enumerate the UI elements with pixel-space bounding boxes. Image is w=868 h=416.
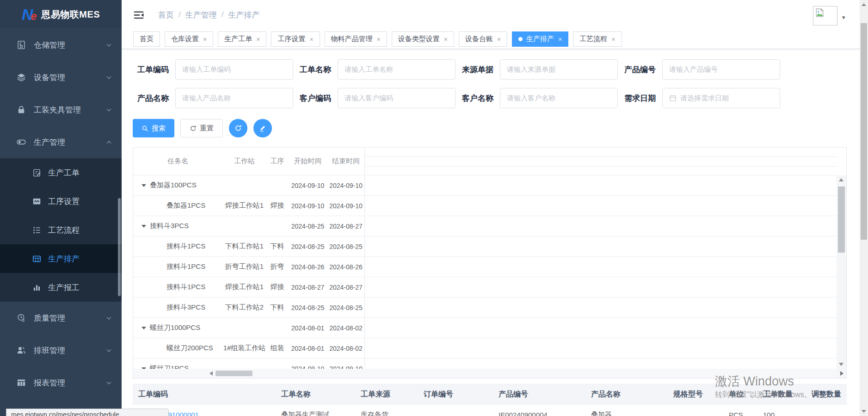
orders-column-header: 订单编号 xyxy=(418,390,493,399)
sidebar-item-warehouse[interactable]: 仓储管理 xyxy=(0,29,122,61)
avatar[interactable] xyxy=(813,6,837,25)
sidebar-item-label: 报表管理 xyxy=(34,378,65,388)
orders-cell-name: 叠加器生产测试 xyxy=(276,410,355,416)
sidebar-item-production[interactable]: 生产管理 xyxy=(0,126,122,158)
sidebar-item-equipment[interactable]: 设备管理 xyxy=(0,61,122,93)
sidebar-scrollbar-thumb[interactable] xyxy=(118,198,121,296)
breadcrumb-home[interactable]: 首页 xyxy=(158,10,174,20)
scrollbar-corner[interactable] xyxy=(837,369,846,378)
tab-material-product[interactable]: 物料产品管理× xyxy=(325,31,387,47)
search-button[interactable]: 搜索 xyxy=(133,119,174,137)
form-field-source-doc: 来源单据请输入来源单据 xyxy=(462,59,618,80)
process-cell: 下料 xyxy=(266,303,288,312)
tree-expand-icon[interactable] xyxy=(142,184,146,187)
scroll-up-arrow-icon[interactable] xyxy=(862,3,866,6)
text-input[interactable]: 请输入工单名称 xyxy=(338,59,456,80)
schedule-row[interactable]: 接料斗1PCS折弯工作站1折弯2024-08-262024-08-26 xyxy=(133,257,364,277)
tab-label: 工艺流程 xyxy=(579,35,607,43)
breadcrumb-production[interactable]: 生产管理 xyxy=(185,10,217,20)
sidebar-item-quality[interactable]: 质量管理 xyxy=(0,302,122,334)
tree-expand-icon[interactable] xyxy=(142,225,146,228)
sidebar-item-process-flow[interactable]: 工艺流程 xyxy=(0,216,122,244)
schedule-row[interactable]: 接料斗3PCS2024-08-252024-08-27 xyxy=(133,216,364,236)
orders-column-header: 工单编码 xyxy=(133,390,276,399)
task-name-cell: 接料斗3PCS xyxy=(133,303,222,312)
sidebar-item-label: 设备管理 xyxy=(34,72,65,83)
task-name: 接料斗1PCS xyxy=(166,283,205,292)
scroll-down-arrow-icon[interactable] xyxy=(862,410,866,413)
sidebar-item-shift[interactable]: 排班管理 xyxy=(0,334,122,366)
schedule-row[interactable]: 螺丝刀1000PCS2024-08-012024-08-02 xyxy=(133,318,364,338)
text-input[interactable]: 请输入产品名称 xyxy=(175,88,293,108)
text-input[interactable]: 请输入产品编号 xyxy=(662,59,780,80)
refresh-button[interactable] xyxy=(229,119,247,137)
horizontal-scroll-thumb[interactable] xyxy=(215,371,252,376)
tab-scheduling[interactable]: 生产排产× xyxy=(512,31,568,47)
vertical-scroll-thumb[interactable] xyxy=(838,186,845,253)
tree-expand-icon[interactable] xyxy=(142,327,146,329)
scroll-down-arrow-icon[interactable] xyxy=(839,363,843,366)
form-field-product-code: 产品编号请输入产品编号 xyxy=(624,59,780,80)
schedule-row[interactable]: 接料斗3PCS下料工作站2下料2024-08-252024-08-25 xyxy=(133,298,364,318)
browser-scroll-thumb[interactable] xyxy=(861,23,867,240)
end-date-cell: 2024-08-25 xyxy=(327,243,364,250)
orders-cell-qty: 100 xyxy=(757,411,806,416)
close-icon[interactable]: × xyxy=(309,36,313,43)
sidebar-item-scheduling[interactable]: 生产排产 xyxy=(0,244,122,273)
tab-label: 仓库设置 xyxy=(171,35,199,43)
schedule-row[interactable]: 螺丝刀1PCS2024-09-102024-09-10 xyxy=(133,359,364,369)
tab-device-ledger[interactable]: 设备台账× xyxy=(459,31,507,47)
close-icon[interactable]: × xyxy=(558,36,562,43)
close-icon[interactable]: × xyxy=(497,36,501,43)
close-icon[interactable]: × xyxy=(377,36,381,43)
scroll-up-arrow-icon[interactable] xyxy=(839,178,843,181)
sidebar-item-work-order[interactable]: 生产工单 xyxy=(0,158,122,187)
tab-process-flow[interactable]: 工艺流程× xyxy=(573,31,622,47)
tab-warehouse-settings[interactable]: 仓库设置× xyxy=(165,31,213,47)
orders-column-header: 调整数量 xyxy=(806,390,847,399)
text-input[interactable]: 请输入工单编码 xyxy=(175,59,293,80)
windows-watermark-line2: 转到"设置"以激活 Windows。 xyxy=(715,390,812,400)
sidebar-item-report[interactable]: 报表管理 xyxy=(0,366,122,399)
edit-button[interactable] xyxy=(253,119,272,137)
close-icon[interactable]: × xyxy=(611,36,615,43)
orders-table-row[interactable]: MS2024091000001叠加器生产测试库存备货IE00240900004叠… xyxy=(133,404,847,416)
breadcrumb: 首页 / 生产管理 / 生产排产 xyxy=(158,10,259,20)
close-icon[interactable]: × xyxy=(203,36,207,43)
schedule-row[interactable]: 螺丝刀200PCS1#组装工作站组装2024-08-012024-08-02 xyxy=(133,338,364,359)
reset-button[interactable]: 重置 xyxy=(180,119,223,137)
start-date-cell: 2024-08-01 xyxy=(288,345,327,352)
text-input[interactable]: 请输入客户名称 xyxy=(500,88,618,108)
collapse-sidebar-icon[interactable] xyxy=(133,10,144,20)
sidebar-item-work-report[interactable]: 生产报工 xyxy=(0,273,122,302)
scroll-right-arrow-icon[interactable] xyxy=(840,371,843,376)
close-icon[interactable]: × xyxy=(256,36,260,43)
schedule-row[interactable]: 接料斗1PCS焊接工作站1焊接2024-08-272024-08-27 xyxy=(133,277,364,298)
tabs-bar: 首页仓库设置×生产工单×工序设置×物料产品管理×设备类型设置×设备台账×生产排产… xyxy=(122,30,860,49)
end-date-cell: 2024-09-10 xyxy=(327,182,364,189)
caret-down-icon[interactable]: ▾ xyxy=(842,14,845,21)
tab-process-settings[interactable]: 工序设置× xyxy=(271,31,320,47)
workstation-cell: 1#组装工作站 xyxy=(222,344,266,353)
text-input[interactable]: 请输入客户编码 xyxy=(338,88,456,108)
tab-device-type[interactable]: 设备类型设置× xyxy=(392,31,454,47)
sidebar-item-label: 工装夹具管理 xyxy=(34,105,81,115)
schedule-row[interactable]: 叠加器1PCS焊接工作站1焊接2024-09-102024-09-10 xyxy=(133,196,364,216)
schedule-row[interactable]: 叠加器100PCS2024-09-102024-09-10 xyxy=(133,175,364,196)
close-icon[interactable]: × xyxy=(444,36,448,43)
tab-label: 设备类型设置 xyxy=(398,35,440,43)
schedule-row[interactable]: 接料斗1PCS下料工作站1下料2024-08-252024-08-25 xyxy=(133,236,364,257)
start-date-cell: 2024-08-27 xyxy=(288,284,327,291)
schedule-vertical-scrollbar[interactable] xyxy=(837,175,846,369)
gantt-row xyxy=(365,277,837,298)
date-input[interactable]: 请选择需求日期 xyxy=(662,88,780,108)
tab-home[interactable]: 首页 xyxy=(133,31,160,47)
browser-scrollbar[interactable] xyxy=(860,0,868,416)
task-name-cell: 接料斗1PCS xyxy=(133,283,222,292)
scroll-left-arrow-icon[interactable] xyxy=(209,371,213,376)
text-input[interactable]: 请输入来源单据 xyxy=(500,59,618,80)
tab-work-order[interactable]: 生产工单× xyxy=(218,31,266,47)
sidebar-item-process-settings[interactable]: 工序设置 xyxy=(0,187,122,216)
task-name-cell: 接料斗3PCS xyxy=(133,222,222,230)
sidebar-item-fixture[interactable]: 工装夹具管理 xyxy=(0,93,122,126)
